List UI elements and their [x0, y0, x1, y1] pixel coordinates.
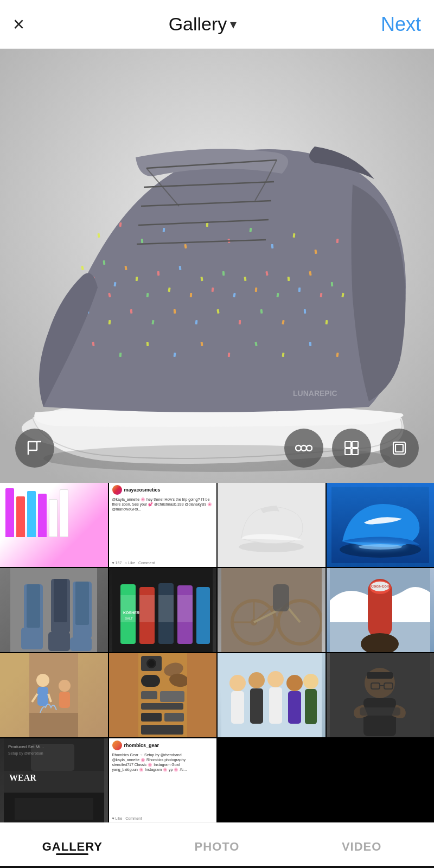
svg-rect-91 — [21, 628, 43, 649]
svg-rect-40 — [326, 320, 328, 324]
svg-rect-150 — [231, 691, 244, 724]
svg-rect-31 — [130, 309, 133, 314]
list-item[interactable] — [0, 568, 108, 652]
svg-rect-77 — [345, 442, 351, 448]
svg-rect-80 — [352, 449, 358, 455]
crop-button[interactable] — [15, 429, 54, 468]
svg-rect-23 — [288, 277, 290, 281]
svg-rect-46 — [228, 353, 231, 357]
svg-point-151 — [248, 672, 265, 688]
svg-rect-90 — [27, 584, 40, 628]
svg-rect-128 — [29, 713, 78, 737]
overlay-controls — [0, 429, 434, 468]
svg-point-138 — [148, 660, 155, 667]
svg-rect-10 — [146, 293, 149, 297]
svg-point-149 — [229, 675, 246, 691]
svg-rect-24 — [298, 288, 301, 292]
list-item[interactable] — [0, 483, 108, 567]
svg-point-87 — [359, 544, 402, 550]
bottom-tabs: GALLERY PHOTO VIDEO — [0, 822, 434, 866]
tab-gallery[interactable]: GALLERY — [0, 835, 145, 854]
svg-rect-145 — [141, 713, 162, 722]
list-item[interactable]: KOSHER SALT — [109, 568, 217, 652]
svg-rect-42 — [119, 353, 122, 357]
svg-text:WEAR: WEAR — [9, 773, 36, 782]
layout2-button[interactable] — [380, 429, 419, 468]
svg-rect-107 — [139, 595, 155, 622]
svg-rect-13 — [179, 266, 182, 270]
svg-rect-54 — [163, 228, 165, 232]
main-preview: LUNAREPIC — [0, 49, 434, 483]
tab-photo[interactable]: PHOTO — [145, 835, 290, 854]
svg-rect-59 — [271, 244, 274, 248]
svg-rect-96 — [75, 582, 89, 625]
svg-rect-165 — [363, 698, 396, 736]
shoe-image: LUNAREPIC — [0, 49, 434, 483]
tab-video[interactable]: VIDEO — [289, 835, 434, 854]
svg-rect-171 — [15, 798, 93, 820]
infinity-button[interactable] — [284, 429, 323, 468]
svg-rect-39 — [304, 309, 306, 314]
svg-rect-120 — [273, 584, 289, 611]
dropdown-arrow-icon[interactable]: ▾ — [230, 17, 237, 32]
svg-rect-82 — [395, 444, 403, 452]
svg-point-157 — [303, 674, 318, 689]
svg-rect-108 — [158, 595, 174, 622]
svg-rect-26 — [320, 293, 323, 297]
list-item[interactable]: WEAR Produced Set Mi... Setup by @rherob… — [0, 738, 108, 822]
list-item[interactable] — [109, 653, 217, 737]
close-button[interactable]: × — [13, 15, 24, 34]
svg-rect-143 — [160, 691, 184, 702]
svg-rect-130 — [37, 687, 48, 706]
svg-rect-43 — [146, 342, 149, 346]
svg-rect-147 — [141, 725, 183, 735]
next-button[interactable]: Next — [381, 13, 421, 36]
svg-point-133 — [59, 680, 71, 692]
svg-text:Coca-Cola: Coca-Cola — [371, 584, 390, 588]
svg-text:Produced Set Mi...: Produced Set Mi... — [8, 744, 44, 749]
thumbnail-grid: mayacosmetics @kayla_annette 🌸 hey there… — [0, 483, 434, 822]
svg-rect-97 — [70, 637, 92, 651]
svg-point-155 — [286, 675, 303, 691]
svg-rect-105 — [196, 587, 210, 644]
svg-rect-134 — [59, 692, 70, 708]
list-item[interactable] — [327, 483, 435, 567]
svg-rect-146 — [164, 713, 184, 722]
svg-rect-144 — [141, 703, 183, 710]
svg-rect-78 — [352, 442, 358, 448]
svg-text:LUNAREPIC: LUNAREPIC — [293, 389, 337, 398]
svg-rect-94 — [48, 632, 70, 651]
svg-rect-27 — [331, 282, 334, 286]
svg-rect-106 — [120, 595, 136, 622]
svg-rect-142 — [141, 691, 157, 699]
svg-rect-56 — [206, 222, 209, 227]
svg-rect-158 — [305, 689, 317, 724]
svg-rect-33 — [174, 309, 176, 314]
title-area: Gallery ▾ — [169, 14, 237, 35]
list-item[interactable]: Coca-Cola — [327, 568, 435, 652]
svg-rect-20 — [255, 288, 258, 292]
gallery-title: Gallery — [169, 14, 227, 35]
svg-rect-152 — [250, 688, 263, 724]
svg-rect-17 — [222, 271, 225, 276]
svg-rect-161 — [367, 672, 393, 679]
list-item[interactable]: mayacosmetics @kayla_annette 🌸 hey there… — [109, 483, 217, 567]
svg-rect-109 — [177, 595, 193, 622]
list-item[interactable] — [0, 653, 108, 737]
layout1-button[interactable] — [332, 429, 371, 468]
list-item[interactable] — [218, 653, 326, 737]
svg-point-129 — [36, 674, 49, 687]
list-item[interactable] — [218, 483, 326, 567]
list-item[interactable]: rhombics_gear Rhombics Gear → Setup by @… — [109, 738, 217, 822]
svg-rect-62 — [336, 239, 339, 243]
svg-rect-154 — [269, 687, 282, 724]
svg-rect-36 — [239, 320, 241, 324]
svg-rect-166 — [360, 707, 400, 716]
right-controls — [284, 429, 419, 468]
list-item[interactable] — [218, 568, 326, 652]
svg-rect-74 — [28, 442, 37, 450]
svg-rect-30 — [108, 320, 111, 324]
svg-rect-8 — [136, 277, 138, 281]
list-item[interactable] — [327, 653, 435, 737]
svg-text:Setup by @rheroban: Setup by @rheroban — [8, 751, 43, 756]
